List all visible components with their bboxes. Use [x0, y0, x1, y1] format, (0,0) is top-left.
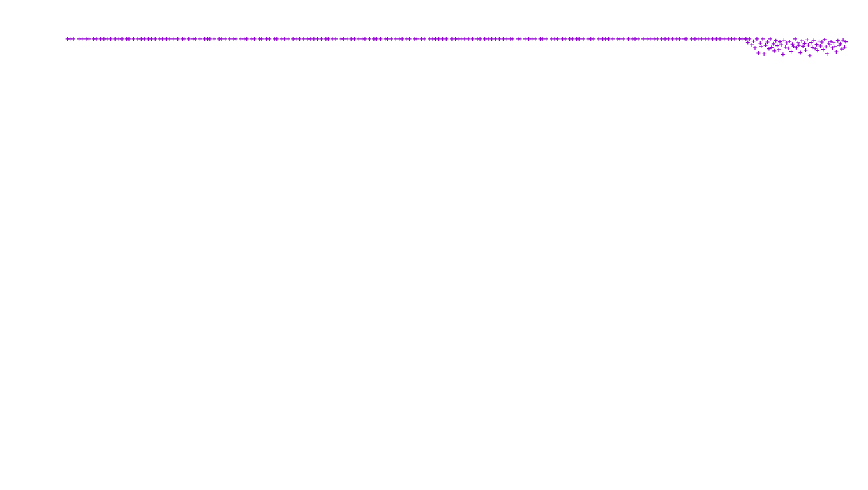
scatter-markers: [66, 37, 848, 57]
scatter-chart: [0, 0, 868, 490]
